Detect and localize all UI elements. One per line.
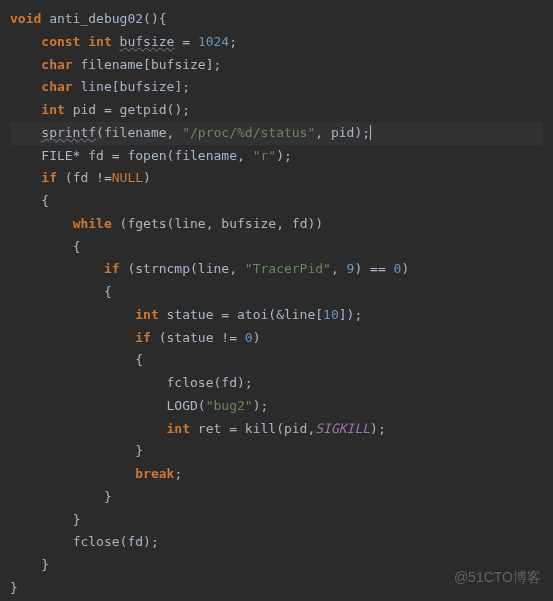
keyword-void: void — [10, 11, 41, 26]
number: 1024 — [198, 34, 229, 49]
line: if (strncmp(line, "TracerPid", 9) == 0) — [10, 261, 409, 276]
string: "/proc/%d/status" — [182, 125, 315, 140]
keyword-int: int — [167, 421, 190, 436]
text-caret — [370, 125, 371, 140]
line: if (fd !=NULL) — [10, 170, 151, 185]
line: char filename[bufsize]; — [10, 57, 221, 72]
line: while (fgets(line, bufsize, fd)) — [10, 216, 323, 231]
line: char line[bufsize]; — [10, 79, 190, 94]
line: { — [10, 239, 80, 254]
line: } — [10, 580, 18, 595]
line: void anti_debug02(){ — [10, 11, 167, 26]
string: "TracerPid" — [245, 261, 331, 276]
line: } — [10, 443, 143, 458]
line: } — [10, 512, 80, 527]
keyword-char: char — [41, 79, 72, 94]
line: int ret = kill(pid,SIGKILL); — [10, 421, 386, 436]
string: "r" — [253, 148, 276, 163]
string: "bug2" — [206, 398, 253, 413]
keyword-const: const — [41, 34, 80, 49]
line-highlighted: sprintf(filename, "/proc/%d/status", pid… — [10, 122, 543, 145]
line: { — [10, 284, 112, 299]
keyword-int: int — [88, 34, 111, 49]
keyword-while: while — [73, 216, 112, 231]
global-sigkill: SIGKILL — [315, 421, 370, 436]
line: FILE* fd = fopen(filename, "r"); — [10, 148, 292, 163]
keyword-break: break — [135, 466, 174, 481]
line: } — [10, 489, 112, 504]
line: break; — [10, 466, 182, 481]
line: const int bufsize = 1024; — [10, 34, 237, 49]
code-block: void anti_debug02(){ const int bufsize =… — [0, 0, 553, 601]
line: { — [10, 352, 143, 367]
line: LOGD("bug2"); — [10, 398, 268, 413]
keyword-int: int — [41, 102, 64, 117]
keyword-if: if — [135, 330, 151, 345]
line: } — [10, 557, 49, 572]
var-bufsize: bufsize — [120, 34, 175, 49]
keyword-if: if — [104, 261, 120, 276]
keyword-if: if — [41, 170, 57, 185]
line: { — [10, 193, 49, 208]
line: int pid = getpid(); — [10, 102, 190, 117]
keyword-int: int — [135, 307, 158, 322]
line: fclose(fd); — [10, 375, 253, 390]
line: fclose(fd); — [10, 534, 159, 549]
line: int statue = atoi(&line[10]); — [10, 307, 362, 322]
function-name: anti_debug02 — [49, 11, 143, 26]
keyword-char: char — [41, 57, 72, 72]
line: if (statue != 0) — [10, 330, 260, 345]
